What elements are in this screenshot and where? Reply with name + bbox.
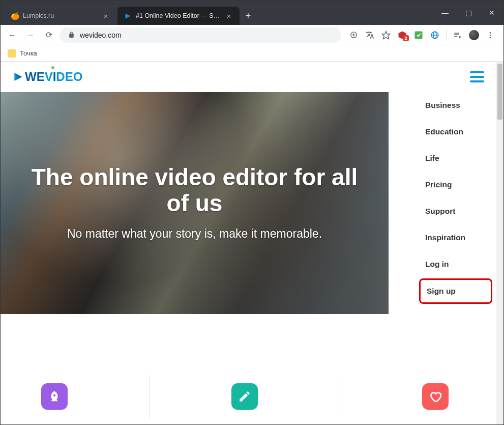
extension-check-icon[interactable] [413,30,424,40]
close-icon[interactable]: × [101,12,110,20]
lock-icon [66,32,77,38]
close-button[interactable]: ✕ [480,1,503,25]
scrollbar[interactable] [496,62,503,424]
tab-title-2: #1 Online Video Editor — Start E [136,12,220,19]
svg-point-10 [490,32,491,34]
separator [446,30,447,41]
bookmark-item[interactable]: Точка [20,49,37,57]
menu-item-support[interactable]: Support [415,198,496,224]
forward-button[interactable]: → [23,27,38,43]
star-icon[interactable] [381,30,391,40]
reload-button[interactable]: ⟳ [41,27,56,43]
address-bar[interactable]: wevideo.com [60,27,341,43]
url-text: wevideo.com [80,31,122,39]
hamburger-menu-button[interactable] [470,71,484,82]
menu-item-business[interactable]: Business [415,92,496,119]
menu-icon[interactable] [485,30,495,40]
menu-item-signup[interactable]: Sign up [419,278,492,304]
features-row [1,369,489,424]
tab-title-1: Lumpics.ru [23,12,97,19]
menu-item-login[interactable]: Log in [415,251,496,277]
feature-heart-icon[interactable] [422,383,449,410]
extension-adblock-icon[interactable] [397,30,407,40]
maximize-button[interactable]: ▢ [457,1,480,25]
playlist-icon[interactable] [453,30,463,40]
translate-icon[interactable] [365,30,375,40]
page-content: WEVIDEO The online video editor for all … [1,62,503,424]
back-button[interactable]: ← [5,27,20,43]
close-icon[interactable]: × [224,12,233,20]
tab-lumpics[interactable]: 🍊 Lumpics.ru × [5,7,116,25]
scrollbar-thumb[interactable] [497,64,502,120]
dropdown-menu: Business Education Life Pricing Support … [415,92,496,305]
separator [150,375,150,418]
hero-subtitle: No matter what your story is, make it me… [67,226,322,242]
bookmark-favicon [8,49,16,58]
svg-marker-4 [382,31,390,39]
profile-avatar[interactable] [469,30,479,40]
favicon-wevideo [124,12,132,20]
window-titlebar: 🍊 Lumpics.ru × #1 Online Video Editor — … [1,1,503,25]
window-controls: — ▢ ✕ [433,1,503,25]
separator [340,375,340,418]
zoom-icon[interactable] [348,30,359,40]
menu-item-life[interactable]: Life [415,145,496,172]
svg-point-12 [490,37,491,38]
feature-pencil-icon[interactable] [231,383,258,410]
hero-title: The online video editor for all of us [31,164,358,216]
site-logo[interactable]: WEVIDEO [13,70,82,84]
favicon-lumpics: 🍊 [11,12,19,20]
site-header: WEVIDEO [1,62,496,92]
hero-text: The online video editor for all of us No… [1,92,389,314]
tab-wevideo-active[interactable]: #1 Online Video Editor — Start E × [117,7,240,25]
minimize-button[interactable]: — [433,1,457,25]
svg-marker-5 [399,31,406,39]
logo-text: WEVIDEO [25,70,82,84]
extension-globe-icon[interactable] [430,30,440,40]
tab-strip: 🍊 Lumpics.ru × #1 Online Video Editor — … [1,7,433,25]
new-tab-button[interactable]: + [241,7,256,25]
menu-item-pricing[interactable]: Pricing [415,172,496,198]
menu-item-inspiration[interactable]: Inspiration [415,224,496,251]
svg-point-11 [490,34,491,36]
bookmarks-bar: Точка [1,45,503,62]
menu-item-education[interactable]: Education [415,119,496,145]
logo-play-icon [13,72,23,82]
svg-marker-0 [125,13,130,18]
browser-window: 🍊 Lumpics.ru × #1 Online Video Editor — … [0,0,504,425]
toolbar-icons [344,30,499,41]
address-bar-row: ← → ⟳ wevideo.com [1,25,503,45]
feature-rocket-icon[interactable] [41,383,68,410]
